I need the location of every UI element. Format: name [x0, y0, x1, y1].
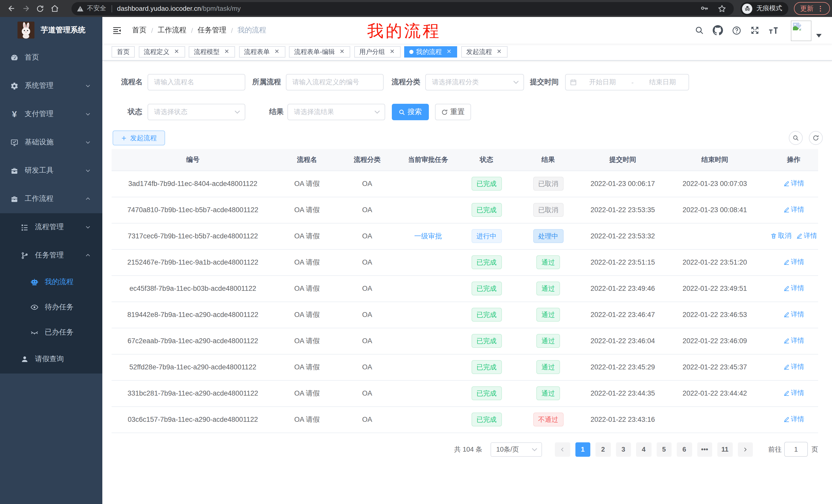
cell-end-time: 2022-01-23 00:08:41	[660, 197, 769, 223]
tab-流程模型[interactable]: 流程模型✕	[189, 46, 235, 58]
browser-reload-button[interactable]	[33, 1, 47, 16]
close-icon[interactable]: ✕	[174, 49, 180, 55]
table-body: 3ad174fb-7b9d-11ec-8404-acde48001122OA 请…	[111, 171, 818, 432]
breadcrumb-item[interactable]: 首页	[132, 26, 147, 35]
home-icon	[50, 4, 59, 13]
search-button[interactable]: 搜索	[392, 104, 428, 120]
filter-parent-input[interactable]: 请输入流程定义的编号	[286, 74, 383, 90]
sidebar-item-流程管理[interactable]: 流程管理	[0, 213, 102, 241]
sidebar-toggle-button[interactable]	[107, 21, 126, 39]
browser-back-button[interactable]	[4, 1, 19, 16]
sidebar-item-支付管理[interactable]: ¥支付管理	[0, 100, 102, 128]
page-button-11[interactable]: 11	[717, 442, 732, 456]
filter-time-end[interactable]: 结束日期	[641, 78, 684, 87]
page-button-•••[interactable]: •••	[697, 442, 712, 456]
github-button[interactable]	[713, 25, 723, 35]
page-button-5[interactable]: 5	[656, 442, 672, 456]
sidebar-item-研发工具[interactable]: 研发工具	[0, 157, 102, 185]
row-action-label: 详情	[791, 284, 804, 293]
sidebar-item-系统管理[interactable]: 系统管理	[0, 72, 102, 100]
row-action-详情[interactable]: 详情	[783, 258, 804, 267]
security-indicator[interactable]: 不安全	[77, 4, 106, 13]
star-icon[interactable]	[717, 4, 727, 13]
tab-发起流程[interactable]: 发起流程✕	[461, 46, 507, 58]
page-button-1[interactable]: 1	[575, 442, 590, 456]
close-icon[interactable]: ✕	[339, 49, 345, 55]
row-action-详情[interactable]: 详情	[783, 310, 804, 319]
row-action-详情[interactable]: 详情	[783, 179, 804, 188]
sidebar-logo[interactable]: 芋道管理系统	[0, 17, 102, 43]
sidebar-item-待办任务[interactable]: 待办任务	[0, 295, 102, 320]
filter-time-start[interactable]: 开始日期	[581, 78, 624, 87]
cell-name: OA 请假	[274, 275, 340, 302]
url-text[interactable]: dashboard.yudao.iocoder.cn/bpm/task/my	[117, 5, 241, 12]
key-icon[interactable]	[700, 4, 709, 13]
cell-category: OA	[340, 223, 394, 249]
tab-流程表单-编辑[interactable]: 流程表单-编辑✕	[289, 46, 350, 58]
update-button[interactable]: 更新 ⋮	[794, 2, 830, 15]
sidebar-item-首页[interactable]: 首页	[0, 44, 102, 72]
browser-forward-button[interactable]	[19, 1, 33, 16]
browser-home-button[interactable]	[47, 1, 62, 16]
result-tag: 通过	[536, 334, 560, 348]
page-button-2[interactable]: 2	[595, 442, 610, 456]
breadcrumb-item[interactable]: 任务管理	[198, 26, 227, 35]
address-bar[interactable]: 不安全 dashboard.yudao.iocoder.cn/bpm/task/…	[72, 2, 734, 15]
filter-category-select[interactable]: 请选择流程分类	[425, 74, 524, 90]
sidebar-item-任务管理[interactable]: 任务管理	[0, 241, 102, 270]
filter-name-input[interactable]: 请输入流程名	[147, 74, 245, 90]
font-size-button[interactable]	[768, 25, 779, 35]
sidebar-item-我的流程[interactable]: 我的流程	[0, 270, 102, 295]
tab-我的流程[interactable]: 我的流程✕	[404, 46, 457, 58]
row-action-详情[interactable]: 详情	[783, 362, 804, 372]
close-icon[interactable]: ✕	[274, 49, 280, 55]
page-button-6[interactable]: 6	[677, 442, 692, 456]
show-search-button[interactable]	[789, 131, 803, 145]
filter-result-select[interactable]: 请选择流结果	[287, 104, 385, 120]
row-action-详情[interactable]: 详情	[783, 284, 804, 293]
page-button-4[interactable]: 4	[636, 442, 651, 456]
close-icon[interactable]: ✕	[224, 49, 230, 55]
page-size-select[interactable]: 10条/页	[491, 442, 542, 456]
status-tag: 已完成	[471, 282, 502, 296]
tab-流程表单[interactable]: 流程表单✕	[239, 46, 285, 58]
prev-page-button[interactable]	[555, 442, 570, 456]
close-icon[interactable]: ✕	[496, 49, 502, 55]
jump-label: 前往	[768, 445, 782, 454]
create-process-button[interactable]: 发起流程	[113, 131, 165, 145]
next-page-button[interactable]	[738, 442, 753, 456]
avatar[interactable]	[791, 20, 811, 41]
row-action-详情[interactable]: 详情	[783, 415, 804, 424]
user-menu[interactable]	[791, 20, 822, 41]
header-search-button[interactable]	[694, 25, 704, 35]
page-button-3[interactable]: 3	[616, 442, 631, 456]
kebab-menu-icon[interactable]: ⋮	[817, 5, 824, 12]
close-icon[interactable]: ✕	[389, 49, 395, 55]
sidebar-item-已办任务[interactable]: 已办任务	[0, 320, 102, 345]
filter-name-placeholder: 请输入流程名	[154, 78, 194, 87]
row-action-详情[interactable]: 详情	[783, 205, 804, 215]
tab-用户分组[interactable]: 用户分组✕	[354, 46, 400, 58]
sidebar-item-请假查询[interactable]: 请假查询	[0, 345, 102, 373]
tab-首页[interactable]: 首页	[111, 46, 135, 58]
cell-actions: 详情	[769, 380, 818, 407]
cell-task-link[interactable]: 一级审批	[414, 232, 442, 240]
row-action-取消[interactable]: 取消	[770, 231, 791, 241]
row-action-详情[interactable]: 详情	[796, 231, 817, 241]
fullscreen-button[interactable]	[750, 25, 760, 35]
jump-page-input[interactable]: 1	[784, 442, 808, 457]
tab-流程定义[interactable]: 流程定义✕	[138, 46, 185, 58]
help-button[interactable]	[731, 25, 742, 35]
row-action-详情[interactable]: 详情	[783, 389, 804, 398]
refresh-table-button[interactable]	[809, 131, 823, 145]
close-icon[interactable]: ✕	[446, 49, 452, 55]
page-number: 4	[642, 445, 645, 453]
breadcrumb-item[interactable]: 工作流程	[158, 26, 186, 35]
reset-button[interactable]: 重置	[435, 104, 471, 120]
filter-time-range[interactable]: 开始日期 - 结束日期	[565, 74, 689, 90]
sidebar-item-label: 已办任务	[45, 328, 74, 337]
sidebar-item-基础设施[interactable]: 基础设施	[0, 128, 102, 157]
row-action-详情[interactable]: 详情	[783, 336, 804, 345]
sidebar-item-工作流程[interactable]: 工作流程	[0, 185, 102, 213]
filter-status-select[interactable]: 请选择状态	[147, 104, 245, 120]
